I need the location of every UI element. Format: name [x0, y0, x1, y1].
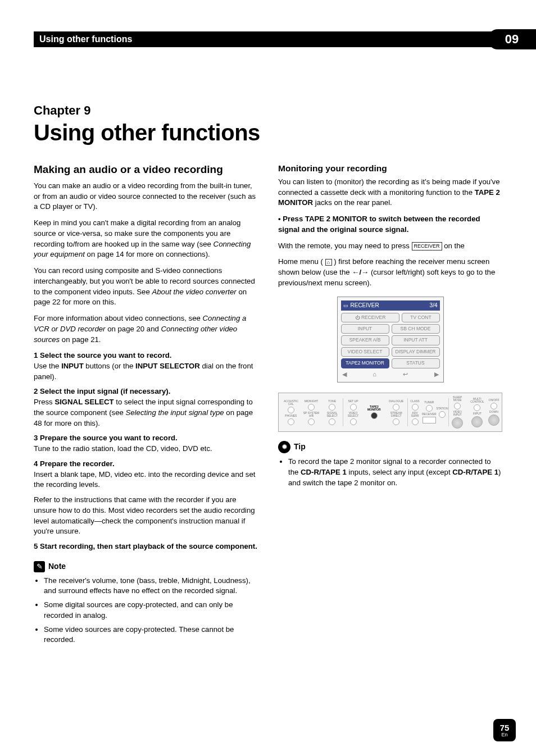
menu-title-right: 3/4 — [430, 302, 438, 309]
rc-onoff: ON/OFF — [489, 399, 499, 402]
rc-class: CLASS — [410, 400, 419, 403]
s1ba: Use the — [34, 362, 61, 370]
step4-body1: Insert a blank tape, MD, video etc. into… — [34, 470, 258, 490]
press-bullet: • Press TAPE 2 MONITOR to switch between… — [278, 214, 502, 235]
menu-nav: ◀ ⌂ ↩ ▶ — [341, 370, 440, 379]
rc-btn — [490, 403, 497, 409]
rc-tape2monitor-btn — [371, 412, 378, 419]
chapter-label: Chapter 9 — [34, 103, 502, 118]
rc-down: DOWN — [489, 411, 498, 413]
step1-body: Use the INPUT buttons (or the INPUT SELE… — [34, 361, 258, 382]
receiver-inline-icon: RECEIVER — [412, 242, 442, 251]
menu-btn-tvcont: TV CONT — [402, 313, 439, 322]
menu-btn-receiver: ⏻ RECEIVER — [341, 313, 400, 322]
rc-station: STATION — [437, 407, 448, 410]
s1bd: INPUT SELECTOR — [135, 362, 200, 370]
rc-btn — [308, 404, 315, 411]
note-item-2: Some video sources are copy-protected. T… — [44, 625, 258, 645]
r3: Home menu ( ⌂ ) first before reaching th… — [278, 257, 502, 288]
chapter-badge: 09 — [488, 29, 536, 49]
rc-signalselect: SIGNAL SELECT — [321, 412, 343, 417]
note-icon: ✎ — [34, 561, 45, 572]
remote-panel-diagram: ACOUSTIC CALPHONES MIDNIGHTSP SYSTEM A/B… — [278, 393, 502, 432]
p4m: on page 20 and — [106, 325, 161, 333]
rc-btn — [393, 418, 399, 425]
left-column: Making an audio or a video recording You… — [34, 162, 258, 649]
rc-dialogue: DIALOGUE — [389, 400, 403, 403]
rc-rect — [423, 417, 436, 423]
r2: With the remote, you may need to press R… — [278, 241, 502, 252]
p2b: on page 14 for more on connections). — [85, 250, 210, 258]
rc-btn — [329, 418, 335, 425]
rc-sleep: SLEEP MODE — [448, 396, 466, 402]
p4a: For more information about video connect… — [34, 314, 203, 322]
subsection-monitoring: Monitoring your recording — [278, 162, 502, 175]
step3-body: Tune to the radio station, load the CD, … — [34, 444, 258, 454]
rc-phones: PHONES — [285, 415, 297, 417]
step1-title: 1 Select the source you want to record. — [34, 350, 258, 361]
p4: For more information about video connect… — [34, 313, 258, 345]
menu-btn-status: STATUS — [392, 358, 440, 368]
menu-btn-dimmer: DISPLAY DIMMER — [392, 347, 440, 357]
p2: Keep in mind you can't make a digital re… — [34, 218, 258, 260]
menu-titlebar: ▭RECEIVER 3/4 — [341, 300, 440, 311]
r1c: jacks on the rear panel. — [313, 198, 392, 207]
rc-tuner: TUNER — [424, 401, 434, 404]
tip-header: ✹ Tip — [278, 441, 502, 453]
step4-title: 4 Prepare the recorder. — [34, 459, 258, 470]
section-title-recording: Making an audio or a video recording — [34, 162, 258, 177]
chapter-title: Using other functions — [34, 120, 502, 145]
rc-receiver: RECEIVER — [422, 413, 437, 416]
rc-btn — [393, 404, 399, 411]
rc-advsurr: ADV SURR — [408, 412, 422, 417]
rc-knob — [471, 416, 483, 427]
nav-home-icon: ⌂ — [373, 370, 376, 379]
rc-acoustic: ACOUSTIC CAL — [281, 400, 301, 406]
menu-btn-input: INPUT — [341, 324, 389, 334]
p2a: Keep in mind you can't make a digital re… — [34, 218, 240, 248]
rc-btn — [288, 407, 294, 413]
rc-multicontrol: MULTI CONTROL — [466, 398, 488, 403]
rc-btn — [288, 418, 294, 425]
note-label: Note — [48, 561, 66, 572]
remote-icon: ▭ — [343, 303, 348, 308]
note-item-0: The receiver's volume, tone (bass, trebl… — [44, 576, 258, 596]
menu-btn-tape2monitor: TAPE2 MONITOR — [341, 358, 389, 368]
s2bb: SIGNAL SELECT — [54, 398, 113, 406]
r2b: on the — [442, 242, 465, 250]
menu-btn-videoselect: VIDEO SELECT — [341, 347, 389, 357]
rc-btn — [308, 418, 315, 425]
home-icon: ⌂ — [325, 259, 332, 266]
arrow-icons: ←/→ — [352, 268, 369, 276]
nav-right-icon: ▶ — [434, 370, 439, 379]
note-item-1: Some digital sources are copy-protected,… — [44, 600, 258, 621]
rc-tone: TONE — [328, 400, 336, 403]
rc-btn — [426, 405, 433, 412]
menu-title-left: RECEIVER — [351, 302, 379, 308]
p1: You can make an audio or a video recordi… — [34, 181, 258, 212]
tip-label: Tip — [294, 441, 306, 453]
rc-tape2monitor-lbl: TAPE2 MONITOR — [363, 406, 385, 411]
s2bi: Selecting the input signal type — [125, 408, 224, 417]
r1a: You can listen to (monitor) the recordin… — [278, 177, 500, 197]
rc-videoselect: VIDEO SELECT — [343, 412, 363, 417]
page-number-box: 75 En — [493, 719, 516, 741]
tip-list: To record the tape 2 monitor signal to a… — [278, 457, 502, 488]
r2a: With the remote, you may need to press — [278, 242, 412, 250]
rc-videoinput: VIDEO INPUT — [448, 411, 466, 416]
right-column: Monitoring your recording You can listen… — [278, 162, 502, 649]
rc-btn — [412, 418, 419, 425]
header-bar: Using other functions — [34, 31, 502, 47]
rc-btn — [329, 404, 335, 411]
p4b: on page 21. — [60, 335, 101, 344]
menu-btn-inputatt: INPUT ATT — [392, 335, 440, 345]
note-list: The receiver's volume, tone (bass, trebl… — [34, 576, 258, 645]
menu-btn-sbch: SB CH MODE — [392, 324, 440, 334]
rc-midnight: MIDNIGHT — [305, 400, 319, 403]
tipc: inputs, select any input (except — [347, 468, 452, 476]
tip-item: To record the tape 2 monitor signal to a… — [288, 457, 502, 488]
nav-back-icon: ↩ — [403, 370, 408, 379]
header-title: Using other functions — [39, 34, 132, 44]
rc-btn — [412, 404, 419, 411]
rc-btn — [350, 404, 357, 411]
